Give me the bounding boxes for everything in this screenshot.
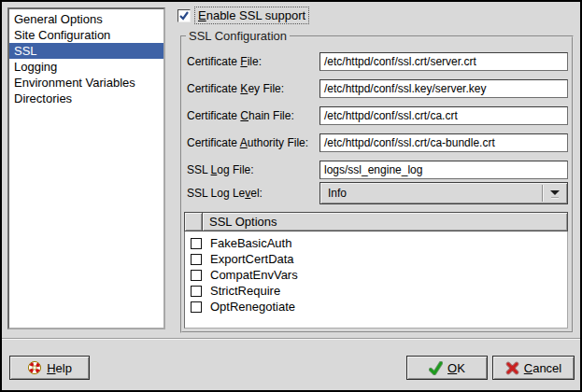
option-label: ExportCertData — [210, 252, 294, 266]
ssl-log-level-label: SSL Log Level: — [187, 184, 321, 203]
ssl-configuration-frame: SSL Configuration Certificate File: /etc… — [180, 35, 574, 333]
cancel-button[interactable]: Cancel — [492, 356, 575, 380]
ssl-log-file-input[interactable]: logs/ssl_engine_log — [319, 161, 568, 179]
certificate-key-file-label: Certificate Key File: — [187, 79, 321, 98]
frame-title: SSL Configuration — [186, 29, 290, 43]
sidebar-item-logging[interactable]: Logging — [9, 59, 163, 75]
checkbox-column-header[interactable] — [184, 212, 203, 231]
ok-button-label: OK — [447, 361, 465, 375]
sidebar-item-directories[interactable]: Directories — [9, 91, 163, 106]
button-area-separator — [2, 338, 580, 340]
fakebasicauth-checkbox[interactable] — [191, 238, 202, 249]
lifebuoy-help-icon — [27, 360, 42, 375]
certificate-file-label: Certificate File: — [187, 52, 321, 71]
option-label: StrictRequire — [210, 284, 280, 298]
certificate-authority-file-label: Certificate Authority File: — [187, 133, 321, 152]
option-row-strictrequire[interactable]: StrictRequire — [185, 283, 567, 299]
certificate-authority-file-input[interactable]: /etc/httpd/conf/ssl.crt/ca-bundle.crt — [319, 133, 568, 152]
ssl-options-table: SSL Options FakeBasicAuth ExportCertData… — [184, 212, 568, 329]
sidebar-item-environment-variables[interactable]: Environment Variables — [9, 75, 163, 91]
dropdown-dash-icon — [551, 197, 559, 199]
optrenegotiate-checkbox[interactable] — [191, 301, 202, 313]
enable-ssl-label[interactable]: Enable SSL support — [194, 7, 309, 24]
enable-ssl-row: Enable SSL support — [177, 7, 309, 24]
ssl-log-level-value: Info — [328, 183, 347, 203]
option-row-optrenegotiate[interactable]: OptRenegotiate — [185, 299, 567, 315]
compatenvvars-checkbox[interactable] — [191, 270, 202, 281]
strictrequire-checkbox[interactable] — [191, 286, 202, 297]
ok-button[interactable]: OK — [406, 356, 488, 380]
x-cross-icon — [505, 361, 519, 375]
ssl-options-header-row: SSL Options — [184, 212, 568, 231]
option-label: CompatEnvVars — [210, 268, 298, 282]
sidebar-item-ssl[interactable]: SSL — [9, 43, 163, 59]
dropdown-separator — [542, 185, 544, 202]
check-icon — [429, 361, 443, 375]
option-row-fakebasicauth[interactable]: FakeBasicAuth — [185, 235, 567, 251]
chevron-down-icon — [550, 190, 560, 195]
certificate-chain-file-label: Certificate Chain File: — [187, 106, 321, 125]
ssl-config-dialog: General Options Site Configuration SSL L… — [0, 0, 582, 392]
ssl-options-column-header[interactable]: SSL Options — [202, 212, 568, 231]
option-row-compatenvvars[interactable]: CompatEnvVars — [185, 267, 567, 283]
option-label: FakeBasicAuth — [210, 236, 291, 250]
ssl-options-list: FakeBasicAuth ExportCertData CompatEnvVa… — [184, 231, 568, 329]
category-list: General Options Site Configuration SSL L… — [7, 7, 165, 329]
help-button[interactable]: Help — [9, 356, 90, 380]
cancel-button-label: Cancel — [524, 361, 561, 375]
option-row-exportcertdata[interactable]: ExportCertData — [185, 251, 567, 267]
checkmark-icon — [178, 10, 190, 21]
exportcertdata-checkbox[interactable] — [191, 254, 202, 265]
sidebar-item-general-options[interactable]: General Options — [9, 11, 163, 27]
certificate-chain-file-input[interactable]: /etc/httpd/conf/ssl.crt/ca.crt — [319, 106, 568, 125]
ssl-log-level-dropdown[interactable]: Info — [319, 182, 568, 204]
help-button-label: Help — [47, 361, 72, 375]
certificate-file-input[interactable]: /etc/httpd/conf/ssl.crt/server.crt — [319, 52, 568, 71]
enable-ssl-checkbox[interactable] — [177, 9, 191, 22]
certificate-key-file-input[interactable]: /etc/httpd/conf/ssl.key/server.key — [319, 79, 568, 98]
ssl-log-file-label: SSL Log File: — [187, 161, 321, 179]
sidebar-item-site-configuration[interactable]: Site Configuration — [9, 27, 163, 43]
option-label: OptRenegotiate — [210, 300, 295, 314]
